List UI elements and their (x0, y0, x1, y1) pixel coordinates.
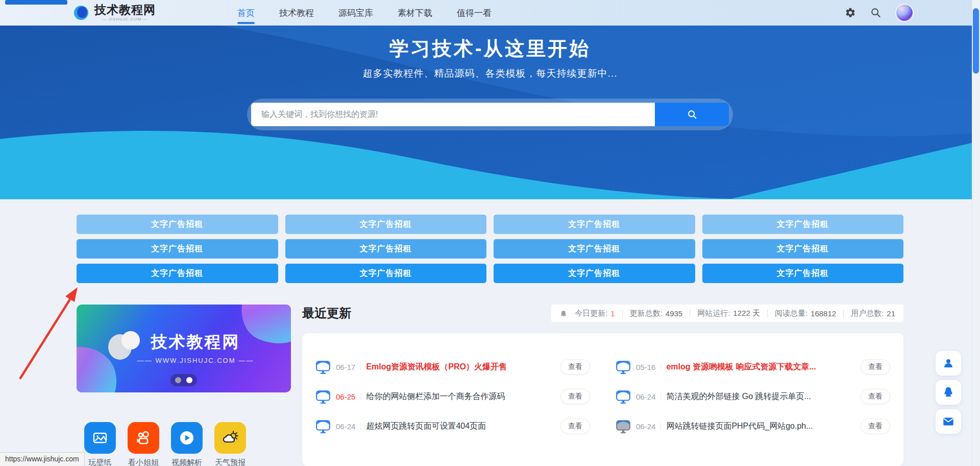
search-icon[interactable] (870, 7, 882, 19)
article-row: 06-24 超炫网页跳转页面可设置404页面 查看 (315, 415, 590, 437)
search-button[interactable] (655, 103, 729, 126)
qq-penguin-icon (942, 386, 955, 399)
article-row: 06-25 给你的网站侧栏添加一个商务合作源码 查看 (315, 385, 590, 408)
carousel-dot-active[interactable] (186, 377, 192, 383)
article-date: 05-16 (636, 363, 655, 371)
settings-gear-icon[interactable] (844, 7, 856, 19)
quick-apps: 玩壁纸 看小姐姐 视频解析 天气预报 (84, 422, 291, 466)
nav-item-tutorials[interactable]: 技术教程 (279, 0, 314, 26)
section-title: 最近更新 (302, 305, 351, 321)
article-date: 06-24 (636, 392, 655, 401)
ad-grid: 文字广告招租 文字广告招租 文字广告招租 文字广告招租 文字广告招租 文字广告招… (77, 215, 903, 283)
article-title[interactable]: 网站跳转链接页面PHP代码_网站go.ph... (666, 421, 855, 432)
app-label: 看小姐姐 (128, 458, 159, 466)
stat-divider (843, 309, 844, 317)
view-button[interactable]: 查看 (560, 359, 590, 375)
user-icon (942, 357, 954, 369)
app-video-parser[interactable]: 视频解析 (171, 422, 203, 466)
view-button[interactable]: 查看 (861, 359, 890, 375)
app-label: 天气预报 (214, 458, 246, 466)
mail-float-button[interactable] (936, 409, 961, 434)
scrollbar-track (972, 0, 980, 466)
ad-slot[interactable]: 文字广告招租 (494, 215, 695, 234)
user-avatar[interactable] (895, 4, 914, 22)
article-date: 06-25 (336, 392, 355, 401)
monitor-icon (616, 359, 631, 375)
view-button[interactable]: 查看 (560, 389, 590, 404)
logo-title: 技术教程网 (94, 4, 156, 16)
article-date: 06-24 (636, 422, 655, 431)
recent-updates-section: 最近更新 今日更新:1 更新总数:4935 网站运行:1222 天 阅读总量:1… (302, 305, 903, 466)
hero-subtitle: 超多实教程件、精品源码、各类模板，每天持续更新中... (0, 67, 980, 80)
carousel-dots (170, 374, 197, 386)
status-url-tooltip: https://www.jishujc.com (0, 452, 85, 466)
nav-item-home[interactable]: 首页 (237, 0, 255, 26)
view-button[interactable]: 查看 (861, 418, 890, 434)
stat-divider (767, 309, 768, 317)
monitor-icon (616, 418, 631, 434)
view-button[interactable]: 查看 (861, 389, 890, 404)
picture-icon (84, 422, 116, 454)
ad-slot[interactable]: 文字广告招租 (77, 215, 278, 234)
nav-item-materials[interactable]: 素材下载 (398, 0, 432, 26)
monitor-icon (315, 418, 331, 434)
ad-slot[interactable]: 文字广告招租 (285, 215, 487, 234)
banner-url: —— WWW.JISHUJC.COM —— (100, 357, 291, 364)
monitor-icon (315, 389, 331, 404)
search-input[interactable] (251, 103, 655, 126)
stat-today: 今日更新:1 (575, 309, 615, 318)
carousel-dot[interactable] (175, 377, 181, 383)
stat-total-reads: 阅读总量:168812 (775, 309, 836, 318)
nav-item-worth-reading[interactable]: 值得一看 (457, 0, 492, 26)
ad-slot[interactable]: 文字广告招租 (702, 239, 904, 259)
weather-icon (214, 422, 246, 454)
article-row: 06-24 网站跳转链接页面PHP代码_网站go.ph... 查看 (616, 415, 890, 437)
view-button[interactable]: 查看 (560, 418, 590, 434)
article-title[interactable]: 简洁美观的外部链接 Go 跳转提示单页... (666, 391, 855, 402)
hero-title: 学习技术-从这里开始 (0, 26, 980, 62)
article-title[interactable]: Emlog资源资讯模板（PRO）火爆开售 (366, 362, 555, 372)
app-girls[interactable]: 看小姐姐 (128, 422, 159, 466)
app-label: 玩壁纸 (84, 458, 116, 466)
ad-slot[interactable]: 文字广告招租 (285, 264, 487, 283)
monitor-icon (315, 359, 331, 375)
article-title[interactable]: 超炫网页跳转页面可设置404页面 (366, 421, 555, 432)
stat-divider (690, 309, 690, 317)
monitor-icon (616, 389, 631, 404)
article-date: 06-24 (336, 422, 355, 431)
article-row: 05-16 emlog 资源哟模板 响应式资源下载文章... 查看 (616, 356, 890, 378)
article-title[interactable]: 给你的网站侧栏添加一个商务合作源码 (366, 391, 555, 402)
user-float-button[interactable] (936, 351, 961, 376)
hero-section: 学习技术-从这里开始 超多实教程件、精品源码、各类模板，每天持续更新中... (0, 26, 980, 199)
ad-slot[interactable]: 文字广告招租 (702, 264, 904, 283)
banner-title: 技术教程网 (100, 331, 291, 354)
article-row: 06-17 Emlog资源资讯模板（PRO）火爆开售 查看 (315, 356, 590, 378)
ad-slot[interactable]: 文字广告招租 (285, 239, 487, 259)
stat-divider (622, 309, 623, 317)
bell-icon (559, 309, 568, 317)
articles-card: 06-17 Emlog资源资讯模板（PRO）火爆开售 查看 05-16 emlo… (302, 333, 903, 466)
site-logo[interactable]: 技术教程网 — JISHUJC.COM — (74, 4, 156, 21)
promo-banner[interactable]: 技术教程网 —— WWW.JISHUJC.COM —— (77, 305, 291, 392)
floating-toolbar (936, 351, 961, 434)
article-title[interactable]: emlog 资源哟模板 响应式资源下载文章... (666, 362, 855, 372)
scrollbar-thumb[interactable] (973, 8, 979, 74)
stat-uptime: 网站运行:1222 天 (697, 309, 760, 318)
ad-slot[interactable]: 文字广告招租 (702, 215, 904, 234)
ad-slot[interactable]: 文字广告招租 (77, 264, 278, 283)
logo-icon (74, 5, 90, 21)
site-stats: 今日更新:1 更新总数:4935 网站运行:1222 天 阅读总量:168812… (551, 305, 903, 322)
ad-slot[interactable]: 文字广告招租 (494, 264, 695, 283)
main-nav: 首页 技术教程 源码宝库 素材下载 值得一看 (237, 0, 492, 26)
app-label: 视频解析 (171, 458, 203, 466)
article-date: 06-17 (336, 363, 355, 371)
logo-subtitle: — JISHUJC.COM — (94, 17, 156, 21)
app-weather[interactable]: 天气预报 (214, 422, 246, 466)
ad-slot[interactable]: 文字广告招租 (77, 239, 278, 259)
stat-total-users: 用户总数:21 (851, 309, 895, 318)
ad-slot[interactable]: 文字广告招租 (494, 239, 695, 259)
sidebar: 技术教程网 —— WWW.JISHUJC.COM —— 玩壁纸 看小姐姐 (77, 305, 291, 466)
app-wallpaper[interactable]: 玩壁纸 (84, 422, 116, 466)
qq-float-button[interactable] (936, 380, 961, 405)
nav-item-source-code[interactable]: 源码宝库 (338, 0, 373, 26)
